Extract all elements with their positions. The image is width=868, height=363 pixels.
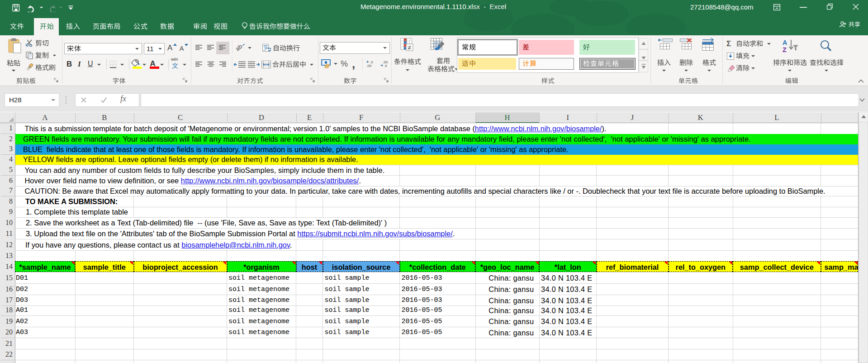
svg-text:Z: Z	[783, 46, 787, 53]
svg-text:.0: .0	[384, 64, 387, 67]
svg-text:≠: ≠	[408, 44, 412, 51]
svg-text:.00: .00	[366, 64, 372, 67]
svg-text:A: A	[783, 39, 787, 46]
svg-text:ab: ab	[236, 44, 243, 52]
